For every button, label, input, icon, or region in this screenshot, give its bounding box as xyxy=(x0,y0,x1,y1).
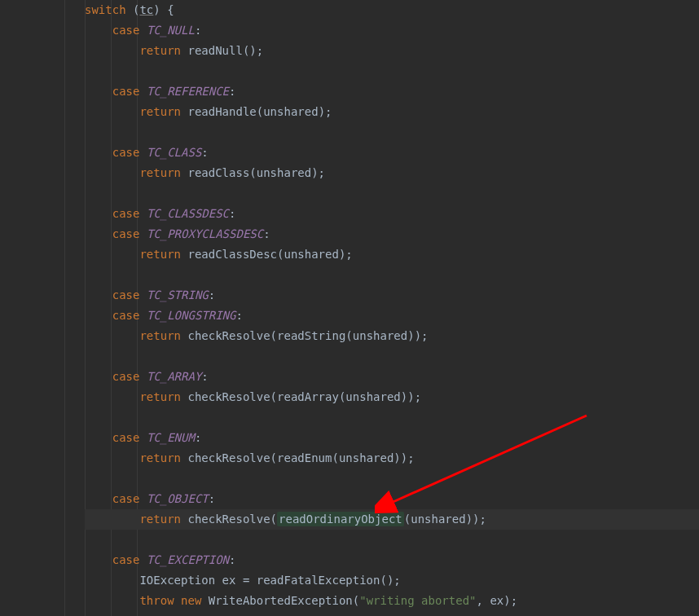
code-line[interactable]: return checkResolve(readArray(unshared))… xyxy=(85,387,699,407)
punct: ); xyxy=(249,44,263,57)
code-line-blank[interactable] xyxy=(85,530,699,550)
code-line[interactable]: return readClass(unshared); xyxy=(85,163,699,183)
keyword-case: case xyxy=(112,207,140,220)
method-readstring: readString xyxy=(277,329,345,342)
punct: ( xyxy=(270,390,277,403)
type-ioexception: IOException xyxy=(139,574,215,587)
method-readclassdesc: readClassDesc xyxy=(187,248,277,261)
string-writing-aborted: "writing aborted" xyxy=(359,594,476,607)
keyword-return: return xyxy=(139,451,181,464)
punct: ) { xyxy=(153,3,174,16)
param-unshared: unshared xyxy=(257,166,311,179)
code-line-blank[interactable] xyxy=(85,122,699,143)
param-unshared: unshared xyxy=(411,513,465,526)
method-checkresolve: checkResolve xyxy=(187,513,270,526)
keyword-return: return xyxy=(139,105,181,118)
method-checkresolve: checkResolve xyxy=(187,390,270,403)
const-tc-null: TC_NULL xyxy=(147,24,195,37)
const-tc-enum: TC_ENUM xyxy=(147,431,195,444)
code-line[interactable]: case TC_EXCEPTION: xyxy=(85,550,699,570)
variable-tc: tc xyxy=(139,3,153,16)
punct: )); xyxy=(401,390,421,403)
const-tc-string: TC_STRING xyxy=(147,288,209,301)
const-tc-class: TC_CLASS xyxy=(147,146,201,159)
keyword-case: case xyxy=(112,227,140,240)
code-line[interactable]: case TC_PROXYCLASSDESC: xyxy=(85,224,699,244)
method-readordinaryobject-highlight: readOrdinaryObject xyxy=(277,512,404,526)
param-ex: ex xyxy=(490,594,503,607)
code-line-blank[interactable] xyxy=(85,61,699,81)
code-line[interactable]: case TC_OBJECT: xyxy=(85,489,699,509)
punct: ); xyxy=(503,594,517,607)
keyword-case: case xyxy=(112,24,140,37)
punct: : xyxy=(201,370,208,383)
class-writeabortedexception: WriteAbortedException xyxy=(209,594,353,607)
code-line[interactable]: case TC_ENUM: xyxy=(85,428,699,448)
code-line[interactable]: case TC_REFERENCE: xyxy=(85,81,699,102)
punct: : xyxy=(229,85,235,98)
keyword-case: case xyxy=(112,370,140,383)
punct: ( xyxy=(270,451,277,464)
const-tc-reference: TC_REFERENCE xyxy=(147,85,229,98)
keyword-case: case xyxy=(112,492,140,505)
param-unshared: unshared xyxy=(353,329,407,342)
param-unshared: unshared xyxy=(345,390,400,403)
code-line[interactable]: case TC_STRING: xyxy=(85,285,699,306)
method-readfatalexception: readFatalException xyxy=(257,574,380,587)
code-line[interactable]: return readNull(); xyxy=(85,41,699,61)
punct: : xyxy=(263,227,270,240)
punct: ( xyxy=(249,166,256,179)
keyword-return: return xyxy=(139,329,181,342)
keyword-case: case xyxy=(112,309,140,322)
param-unshared: unshared xyxy=(284,248,338,261)
code-line[interactable]: return readHandle(unshared); xyxy=(85,102,699,122)
code-line[interactable]: case TC_LONGSTRING: xyxy=(85,306,699,326)
code-line-blank[interactable] xyxy=(85,407,699,428)
code-area[interactable]: switch (tc) { case TC_NULL: return readN… xyxy=(65,0,699,616)
punct: ( xyxy=(332,451,338,464)
code-line[interactable]: return readClassDesc(unshared); xyxy=(85,244,699,265)
const-tc-object: TC_OBJECT xyxy=(147,492,209,505)
punct: ( xyxy=(270,513,277,526)
punct: ( xyxy=(345,329,352,342)
code-line-blank[interactable] xyxy=(85,346,699,367)
punct: ( xyxy=(404,513,411,526)
code-line-blank[interactable] xyxy=(85,469,699,489)
code-line[interactable]: case TC_ARRAY: xyxy=(85,367,699,387)
keyword-new: new xyxy=(181,594,201,607)
punct: ); xyxy=(339,248,353,261)
const-tc-longstring: TC_LONGSTRING xyxy=(147,309,236,322)
code-line-highlighted[interactable]: return checkResolve(readOrdinaryObject(u… xyxy=(85,509,699,530)
keyword-return: return xyxy=(139,166,181,179)
punct: : xyxy=(235,309,242,322)
method-readenum: readEnum xyxy=(277,451,332,464)
code-line[interactable]: case TC_CLASSDESC: xyxy=(85,204,699,224)
code-line[interactable]: case TC_CLASS: xyxy=(85,143,699,163)
code-line[interactable]: switch (tc) { xyxy=(85,0,699,20)
method-readarray: readArray xyxy=(277,390,339,403)
punct: ( xyxy=(353,594,359,607)
punct: ); xyxy=(387,574,401,587)
punct: ); xyxy=(311,166,325,179)
code-line[interactable]: throw new WriteAbortedException("writing… xyxy=(85,591,699,611)
code-line[interactable]: case TC_NULL: xyxy=(85,20,699,41)
const-tc-exception: TC_EXCEPTION xyxy=(147,553,229,566)
code-editor[interactable]: switch (tc) { case TC_NULL: return readN… xyxy=(0,0,699,616)
keyword-return: return xyxy=(139,513,181,526)
code-line[interactable]: return checkResolve(readEnum(unshared)); xyxy=(85,448,699,469)
code-line-blank[interactable] xyxy=(85,183,699,204)
punct: : xyxy=(229,553,235,566)
method-readclass: readClass xyxy=(187,166,249,179)
code-line[interactable]: return checkResolve(readString(unshared)… xyxy=(85,326,699,346)
code-line-blank[interactable] xyxy=(85,265,699,285)
code-line[interactable]: IOException ex = readFatalException(); xyxy=(85,570,699,591)
keyword-case: case xyxy=(112,146,140,159)
punct: )); xyxy=(393,451,414,464)
param-unshared: unshared xyxy=(263,105,318,118)
keyword-case: case xyxy=(112,85,140,98)
keyword-switch: switch xyxy=(85,3,126,16)
keyword-return: return xyxy=(139,44,181,57)
keyword-return: return xyxy=(139,390,181,403)
punct: )); xyxy=(466,513,486,526)
keyword-case: case xyxy=(112,553,140,566)
